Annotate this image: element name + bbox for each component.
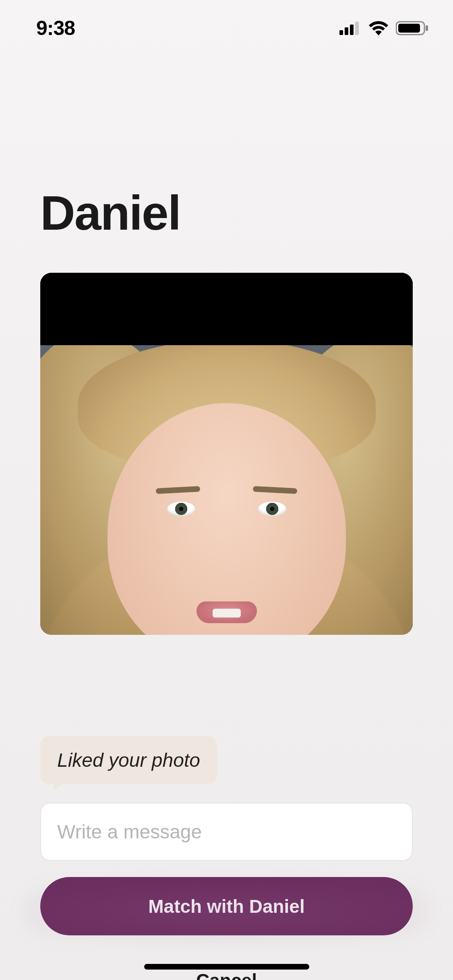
status-bar: 9:38 xyxy=(0,0,453,56)
status-indicators xyxy=(339,21,429,36)
profile-name: Daniel xyxy=(40,185,437,241)
profile-photo[interactable] xyxy=(40,273,413,635)
battery-icon xyxy=(396,21,429,36)
svg-rect-5 xyxy=(398,24,420,33)
cancel-button[interactable]: Cancel xyxy=(16,970,437,980)
home-indicator[interactable] xyxy=(144,964,309,970)
wifi-icon xyxy=(368,21,389,35)
status-time: 9:38 xyxy=(36,16,75,40)
photo-top-band xyxy=(40,273,413,345)
message-input[interactable] xyxy=(57,821,396,843)
svg-rect-2 xyxy=(350,25,354,35)
svg-rect-0 xyxy=(339,30,343,35)
match-card: Daniel Liked your photo Match with Danie… xyxy=(16,185,437,635)
like-note-bubble: Liked your photo xyxy=(40,736,217,784)
like-note-text: Liked your photo xyxy=(57,749,200,771)
cancel-button-label: Cancel xyxy=(196,970,257,980)
svg-rect-3 xyxy=(355,22,359,35)
photo-face-area xyxy=(40,345,413,635)
bottom-blur-hint xyxy=(24,883,429,940)
svg-rect-1 xyxy=(345,27,348,35)
message-input-wrap[interactable] xyxy=(40,803,413,861)
svg-rect-6 xyxy=(426,25,428,31)
cellular-icon xyxy=(339,21,361,35)
